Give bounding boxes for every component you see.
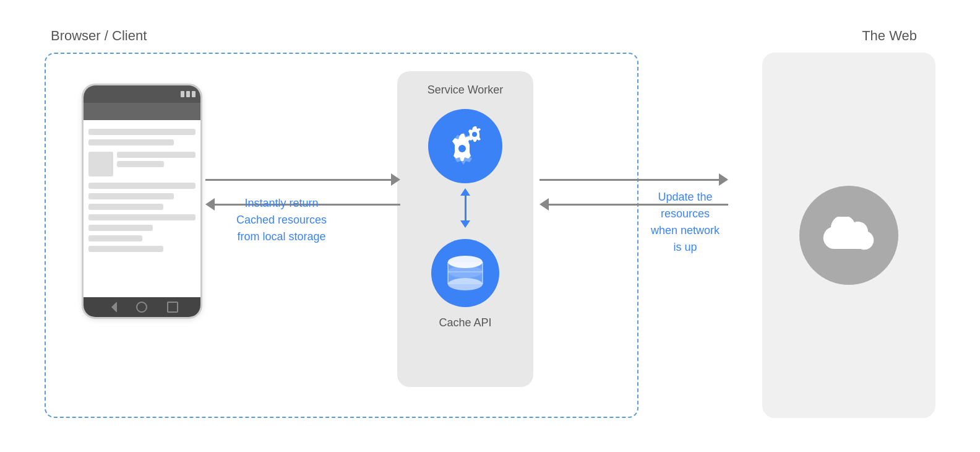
cached-text-block: Instantly return Cached resources from l… bbox=[236, 195, 327, 245]
arrow-head-right-2 bbox=[719, 173, 728, 186]
phone-bar-6 bbox=[88, 214, 196, 220]
svg-point-5 bbox=[448, 278, 483, 290]
service-worker-label: Service Worker bbox=[428, 84, 504, 97]
gears-circle bbox=[428, 109, 502, 183]
phone-bar-4 bbox=[88, 193, 174, 199]
phone-mockup bbox=[82, 84, 202, 319]
home-btn bbox=[136, 302, 147, 313]
arrow-line bbox=[465, 196, 466, 220]
svg-point-1 bbox=[458, 145, 466, 152]
vertical-arrow bbox=[460, 188, 470, 228]
phone-bar-1 bbox=[88, 129, 196, 135]
gears-icon bbox=[441, 121, 490, 171]
update-text-block: Update the resources when network is up bbox=[651, 189, 720, 256]
service-worker-panel: Service Worker bbox=[397, 71, 533, 387]
arrow-head-left-1 bbox=[205, 198, 215, 211]
database-icon bbox=[444, 253, 487, 293]
arrow-shaft-3 bbox=[539, 179, 719, 181]
instantly-return-text: Instantly return bbox=[236, 195, 327, 212]
phone-nav-bar bbox=[84, 297, 200, 317]
svg-point-2 bbox=[472, 132, 477, 137]
update-the-text: Update the bbox=[651, 189, 720, 206]
arrow-head-left-2 bbox=[539, 198, 549, 211]
phone-bar-3 bbox=[88, 183, 196, 189]
arrow-head-up bbox=[460, 188, 470, 196]
web-box bbox=[762, 53, 935, 418]
arrow-phone-to-sw bbox=[205, 173, 400, 186]
phone-block-1 bbox=[88, 152, 196, 176]
resources-text: resources bbox=[651, 206, 720, 222]
web-label: The Web bbox=[862, 28, 917, 44]
arrow-head-down bbox=[460, 220, 470, 228]
phone-content bbox=[84, 123, 200, 258]
cached-resources-text: Cached resources bbox=[236, 212, 327, 228]
phone-bar-7 bbox=[88, 225, 153, 231]
when-network-text: when network bbox=[651, 222, 720, 239]
arrow-head-right-1 bbox=[391, 173, 400, 186]
recent-btn bbox=[167, 302, 178, 313]
cloud-circle bbox=[799, 186, 898, 285]
cloud-icon bbox=[821, 217, 877, 254]
browser-client-label: Browser / Client bbox=[51, 28, 147, 44]
back-btn bbox=[106, 302, 117, 313]
from-local-storage-text: from local storage bbox=[236, 228, 327, 245]
phone-bar-5 bbox=[88, 204, 163, 210]
phone-bar-8 bbox=[88, 235, 142, 241]
diagram-container: Browser / Client The Web bbox=[26, 15, 954, 437]
arrow-sw-to-web bbox=[539, 173, 728, 186]
cache-api-circle bbox=[431, 239, 499, 307]
phone-bar-2 bbox=[88, 139, 174, 146]
phone-bar-9 bbox=[88, 246, 163, 252]
arrow-shaft-1 bbox=[205, 179, 391, 181]
phone-status-bar bbox=[84, 85, 200, 103]
cache-api-label: Cache API bbox=[439, 316, 491, 329]
is-up-text: is up bbox=[651, 239, 720, 256]
